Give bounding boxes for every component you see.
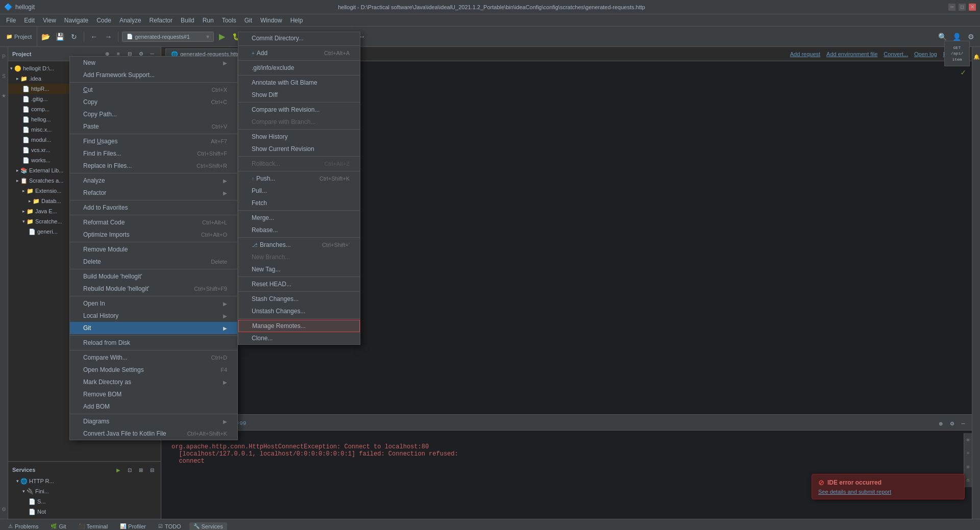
ctx-mark-directory[interactable]: Mark Directory as▶ (70, 376, 237, 388)
git-rebase[interactable]: Rebase... (238, 224, 360, 236)
ctx-open-in[interactable]: Open In▶ (70, 297, 237, 310)
git-commit-dir[interactable]: Commit Directory... (238, 32, 360, 44)
menu-build[interactable]: Build (177, 16, 199, 25)
git-new-tag[interactable]: New Tag... (238, 263, 360, 275)
resp-icon-2[interactable]: ≡ (964, 448, 972, 459)
ctx-add-framework[interactable]: Add Framework Support... (70, 69, 237, 81)
add-env-btn[interactable]: Add environment file (826, 51, 877, 57)
ctx-rebuild-module[interactable]: Rebuild Module 'hellogit' Ctrl+Shift+F9 (70, 283, 237, 295)
left-icon-structure[interactable]: S (0, 68, 8, 84)
toolbar-refresh-btn[interactable]: ↻ (68, 31, 80, 43)
ctx-add-bom[interactable]: Add BOM (70, 400, 237, 413)
left-icon-settings[interactable]: ⚙ (0, 501, 8, 517)
git-branches[interactable]: ⎇ Branches... Ctrl+Shift+' (238, 239, 360, 251)
git-add[interactable]: + Add Ctrl+Alt+A (238, 47, 360, 59)
menu-refactor[interactable]: Refactor (145, 16, 177, 25)
ctx-cut[interactable]: Cut Ctrl+X (70, 84, 237, 96)
git-fetch[interactable]: Fetch (238, 197, 360, 209)
services-not-item[interactable]: 📄 Not (8, 507, 161, 517)
ctx-analyze[interactable]: Analyze▶ (70, 174, 237, 187)
ctx-remove-bom[interactable]: Remove BOM (70, 388, 237, 400)
open-log-btn[interactable]: Open log (914, 51, 937, 57)
ctx-diagrams[interactable]: Diagrams▶ (70, 415, 237, 427)
ctx-replace-files[interactable]: Replace in Files... Ctrl+Shift+R (70, 160, 237, 172)
tab-services[interactable]: 🔧 Services (189, 522, 227, 531)
tab-profiler[interactable]: 📊 Profiler (116, 522, 150, 531)
tab-todo[interactable]: ☑ TODO (154, 522, 185, 531)
menu-window[interactable]: Window (256, 16, 286, 25)
git-compare-revision[interactable]: Compare with Revision... (238, 104, 360, 116)
ctx-delete[interactable]: Delete Delete (70, 256, 237, 268)
ctx-new[interactable]: New▶ (70, 57, 237, 69)
close-button[interactable]: ✕ (969, 4, 976, 11)
maximize-button[interactable]: □ (959, 4, 966, 11)
menu-analyze[interactable]: Analyze (115, 16, 145, 25)
ctx-add-favorites[interactable]: Add to Favorites (70, 201, 237, 214)
tab-git[interactable]: 🌿 Git (46, 522, 70, 531)
response-settings-btn[interactable]: ⚙ (947, 419, 957, 428)
ctx-compare-with[interactable]: Compare With... Ctrl+D (70, 351, 237, 364)
ctx-copy[interactable]: Copy Ctrl+C (70, 96, 237, 108)
git-stash[interactable]: Stash Changes... (238, 293, 360, 305)
menu-code[interactable]: Code (92, 16, 115, 25)
menu-edit[interactable]: Edit (20, 16, 39, 25)
git-unstash[interactable]: Unstash Changes... (238, 305, 360, 317)
toolbar-forward-btn[interactable]: → (102, 31, 114, 43)
ide-error-link[interactable]: See details and submit report (818, 489, 958, 495)
toolbar-run-btn[interactable]: ▶ (216, 31, 228, 43)
git-info-exclude[interactable]: .git/info/exclude (238, 62, 360, 74)
git-show-history[interactable]: Show History (238, 131, 360, 143)
tab-problems[interactable]: ⚠ Problems (4, 522, 42, 531)
services-collapse-btn[interactable]: ⊟ (148, 465, 157, 474)
services-fini-item[interactable]: ▾ 🔌 Fini... (8, 486, 161, 496)
services-stop-btn[interactable]: ⊡ (125, 465, 134, 474)
menu-navigate[interactable]: Navigate (60, 16, 92, 25)
right-icon-notifications[interactable]: 🔔 (972, 49, 981, 64)
services-expand-btn[interactable]: ⊞ (136, 465, 145, 474)
ctx-paste[interactable]: Paste Ctrl+V (70, 120, 237, 133)
git-clone[interactable]: Clone... (238, 332, 360, 344)
git-manage-remotes[interactable]: Manage Remotes... (238, 320, 360, 332)
toolbar-back-btn[interactable]: ← (88, 31, 100, 43)
ctx-copy-path[interactable]: Copy Path... (70, 108, 237, 120)
git-pull[interactable]: Pull... (238, 185, 360, 197)
git-show-diff[interactable]: Show Diff (238, 89, 360, 101)
ctx-find-usages[interactable]: Find Usages Alt+F7 (70, 135, 237, 147)
ctx-reload-disk[interactable]: Reload from Disk (70, 337, 237, 349)
ctx-optimize-imports[interactable]: Optimize Imports Ctrl+Alt+O (70, 229, 237, 241)
services-http-item[interactable]: ▾ 🌐 HTTP R... (8, 476, 161, 486)
menu-view[interactable]: View (39, 16, 60, 25)
convert-btn[interactable]: Convert... (884, 51, 908, 57)
ctx-refactor[interactable]: Refactor▶ (70, 187, 237, 199)
services-run-btn[interactable]: ▶ (114, 465, 123, 474)
resp-icon-1[interactable]: 👁 (964, 435, 972, 445)
ctx-open-module-settings[interactable]: Open Module Settings F4 (70, 364, 237, 376)
ctx-reformat[interactable]: Reformat Code Ctrl+Alt+L (70, 216, 237, 229)
menu-run[interactable]: Run (199, 16, 218, 25)
git-annotate[interactable]: Annotate with Git Blame (238, 77, 360, 89)
toolbar-open-btn[interactable]: 📂 (39, 31, 52, 43)
git-push[interactable]: ↑ Push... Ctrl+Shift+K (238, 172, 360, 185)
response-minimize-btn[interactable]: ─ (959, 419, 968, 428)
response-share-btn[interactable]: ⊕ (936, 419, 945, 428)
toolbar-save-btn[interactable]: 💾 (54, 31, 66, 43)
ctx-git[interactable]: Git▶ (70, 322, 237, 334)
ctx-build-module[interactable]: Build Module 'hellogit' (70, 270, 237, 283)
minimize-button[interactable]: ─ (948, 4, 955, 11)
left-icon-project[interactable]: P (0, 49, 8, 64)
add-request-btn[interactable]: Add request (790, 51, 820, 57)
ctx-local-history[interactable]: Local History▶ (70, 310, 237, 322)
menu-help[interactable]: Help (286, 16, 307, 25)
resp-icon-4[interactable]: ⊡ (964, 475, 972, 485)
services-s-item[interactable]: 📄 S... (8, 496, 161, 507)
ctx-find-files[interactable]: Find in Files... Ctrl+Shift+F (70, 147, 237, 160)
ctx-remove-module[interactable]: Remove Module (70, 243, 237, 256)
git-reset-head[interactable]: Reset HEAD... (238, 278, 360, 290)
git-show-current-rev[interactable]: Show Current Revision (238, 143, 360, 155)
ctx-convert-kotlin[interactable]: Convert Java File to Kotlin File Ctrl+Al… (70, 427, 237, 440)
menu-tools[interactable]: Tools (218, 16, 240, 25)
left-icon-favorites[interactable]: ★ (0, 88, 8, 103)
git-merge[interactable]: Merge... (238, 212, 360, 224)
menu-git[interactable]: Git (240, 16, 256, 25)
tab-terminal[interactable]: ⬛ Terminal (75, 522, 112, 531)
